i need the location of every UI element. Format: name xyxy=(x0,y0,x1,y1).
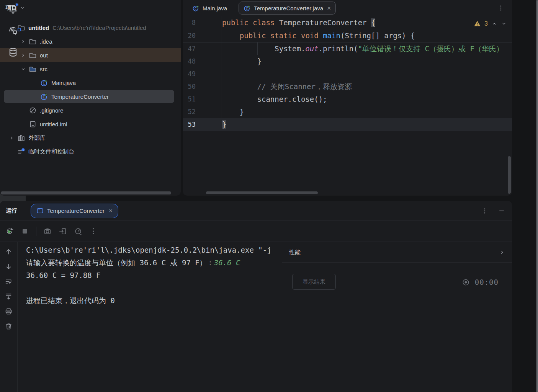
arrow-up-icon[interactable] xyxy=(5,248,13,256)
notification-badge xyxy=(15,3,19,7)
soft-wrap-icon[interactable] xyxy=(5,278,13,286)
camera-icon[interactable] xyxy=(43,227,52,235)
editor-vertical-scrollbar[interactable] xyxy=(508,156,511,194)
editor-tab-main-java[interactable]: CMain.java xyxy=(189,5,230,12)
tree-item-src[interactable]: src xyxy=(0,62,181,76)
rerun-icon[interactable] xyxy=(5,227,14,235)
console-line: 36.60 C = 97.88 F xyxy=(26,269,282,282)
close-icon[interactable]: × xyxy=(327,5,331,11)
folder-source-icon xyxy=(29,65,37,73)
gauge-icon[interactable] xyxy=(74,227,82,235)
code-line-8[interactable]: 8public class TemperatureConverter { xyxy=(183,16,512,29)
scroll-end-icon[interactable] xyxy=(5,292,13,301)
chevron-down-icon[interactable] xyxy=(9,25,15,31)
line-number[interactable]: 53 xyxy=(183,118,221,131)
run-tab-temperatureconverter[interactable]: TemperatureConverter × xyxy=(31,204,118,218)
database-button[interactable] xyxy=(8,47,18,58)
project-horizontal-scrollbar[interactable] xyxy=(1,191,171,194)
tree-chevron-slot xyxy=(6,145,17,158)
show-results-button[interactable]: 显示结果 xyxy=(292,274,336,290)
project-path: C:\Users\b're'ri'l\IdeaProjects\untitled xyxy=(52,24,146,31)
chevron-down-icon[interactable] xyxy=(20,5,25,11)
tree-item-untitled[interactable]: untitledC:\Users\b're'ri'l\IdeaProjects\… xyxy=(0,21,181,34)
tree-item-untitled-iml[interactable]: untitled.iml xyxy=(0,117,181,131)
line-number[interactable]: 47 xyxy=(183,42,221,55)
code-line-50[interactable]: 50 // 关闭Scanner，释放资源 xyxy=(183,80,512,93)
database-icon xyxy=(8,47,18,58)
svg-text:C: C xyxy=(195,7,196,10)
tree-item-外部库[interactable]: 外部库 xyxy=(0,131,181,145)
next-warning-icon[interactable] xyxy=(501,21,507,27)
module-file-icon xyxy=(29,120,37,128)
timer: 00:00 xyxy=(462,278,499,286)
chevron-down-icon[interactable] xyxy=(20,66,26,72)
code-line-48[interactable]: 48 } xyxy=(183,55,512,68)
chevron-right-icon[interactable] xyxy=(499,249,505,255)
editor-tab-bar: CMain.javaCTemperatureConverter.java× xyxy=(183,0,512,16)
tree-chevron-slot[interactable] xyxy=(17,34,29,48)
folder-excluded-icon xyxy=(29,51,37,59)
code-text: public static void main(String[] args) { xyxy=(221,29,512,42)
tree-chevron-slot xyxy=(29,90,40,103)
stop-icon[interactable] xyxy=(21,227,29,235)
line-number[interactable]: 49 xyxy=(183,68,221,80)
tree-chevron-slot[interactable] xyxy=(17,48,29,62)
editor-tab-options-icon[interactable] xyxy=(497,4,504,12)
attach-icon[interactable] xyxy=(59,227,67,235)
notifications-button[interactable] xyxy=(8,3,18,14)
tree-item-label: 外部库 xyxy=(28,134,46,142)
console-toolbar xyxy=(0,242,18,392)
tree-item-label: TemperatureConverter xyxy=(51,93,109,100)
svg-text:C: C xyxy=(246,7,248,10)
previous-warning-icon[interactable] xyxy=(491,21,497,27)
tree-item-temperatureconverter[interactable]: CTemperatureConverter xyxy=(0,90,181,103)
tree-item-label: untitled xyxy=(28,24,49,31)
arrow-down-icon[interactable] xyxy=(5,263,13,271)
svg-text:C: C xyxy=(43,81,45,85)
kebab-icon[interactable] xyxy=(89,227,98,235)
line-number[interactable]: 51 xyxy=(183,93,221,106)
performance-header[interactable]: 性能 xyxy=(282,242,512,263)
line-number[interactable]: 20 xyxy=(183,29,221,42)
tab-label: TemperatureConverter.java xyxy=(254,5,323,11)
tree-item--gitignore[interactable]: .gitignore xyxy=(0,103,181,117)
code-line-51[interactable]: 51 scanner.close(); xyxy=(183,93,512,106)
tree-item-label: untitled.iml xyxy=(40,121,67,127)
chevron-right-icon[interactable] xyxy=(20,52,26,58)
code-line-47[interactable]: 47 System.out.println("单位错误！仅支持 C（摄氏）或 F… xyxy=(183,42,512,55)
line-number[interactable]: 48 xyxy=(183,55,221,68)
java-class-icon: C xyxy=(40,93,48,101)
project-panel-header[interactable]: 项目 xyxy=(0,0,181,15)
minimize-icon[interactable] xyxy=(498,207,505,215)
performance-title: 性能 xyxy=(289,249,301,256)
tree-item-out[interactable]: out xyxy=(0,48,181,62)
line-number[interactable]: 8 xyxy=(183,16,221,29)
tree-item-main-java[interactable]: CMain.java xyxy=(0,76,181,90)
code-area[interactable]: 47 System.out.println("单位错误！仅支持 C（摄氏）或 F… xyxy=(183,42,512,131)
close-icon[interactable]: × xyxy=(109,207,113,214)
java-class-icon: C xyxy=(244,5,251,12)
tree-chevron-slot[interactable] xyxy=(17,62,29,76)
line-number[interactable]: 50 xyxy=(183,80,221,93)
code-line-49[interactable]: 49 xyxy=(183,68,512,80)
tree-chevron-slot xyxy=(17,103,29,117)
kebab-icon[interactable] xyxy=(481,207,488,215)
code-line-20[interactable]: 20 public static void main(String[] args… xyxy=(183,29,512,42)
printer-icon[interactable] xyxy=(5,307,13,315)
code-line-52[interactable]: 52 } xyxy=(183,106,512,118)
editor-tab-temperatureconverter-java[interactable]: CTemperatureConverter.java× xyxy=(239,2,336,15)
tree-item-临时文件和控制台[interactable]: 临时文件和控制台 xyxy=(0,145,181,158)
tree-item--idea[interactable]: .idea xyxy=(0,34,181,48)
code-text xyxy=(221,68,512,80)
folder-icon xyxy=(29,38,37,46)
line-number[interactable]: 52 xyxy=(183,106,221,118)
window-scrollbar[interactable] xyxy=(536,0,538,392)
trash-icon[interactable] xyxy=(5,322,13,330)
tree-chevron-slot[interactable] xyxy=(6,131,17,145)
tree-chevron-slot[interactable] xyxy=(6,21,17,34)
chevron-right-icon[interactable] xyxy=(9,135,15,141)
editor-horizontal-scrollbar[interactable] xyxy=(206,191,318,194)
chevron-right-icon[interactable] xyxy=(20,39,26,44)
code-line-53[interactable]: 53} xyxy=(183,118,512,131)
console-output: C:\Users\b're'ri'l\.jdks\openjdk-25.0.2\… xyxy=(18,242,282,392)
